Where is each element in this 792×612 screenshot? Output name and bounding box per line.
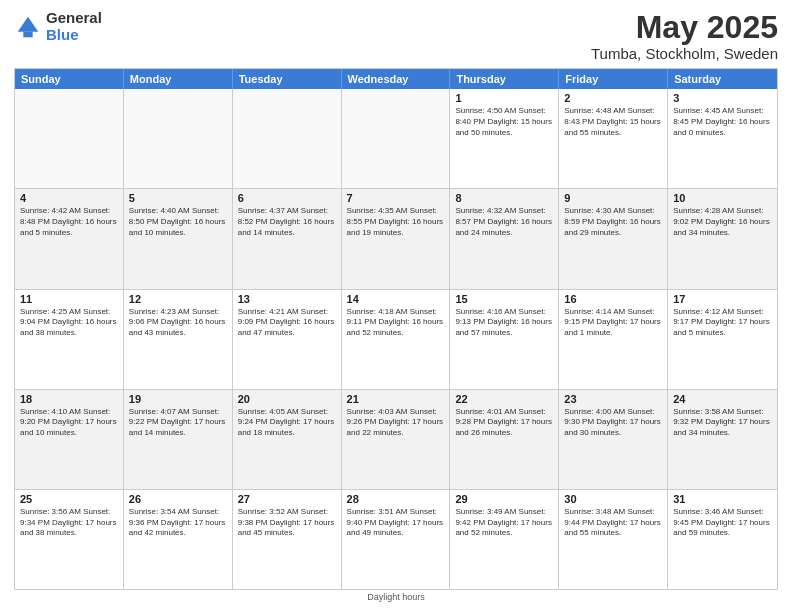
- day-cell-12: 12Sunrise: 4:23 AM Sunset: 9:06 PM Dayli…: [124, 290, 233, 389]
- day-cell-17: 17Sunrise: 4:12 AM Sunset: 9:17 PM Dayli…: [668, 290, 777, 389]
- day-number: 22: [455, 393, 553, 405]
- day-cell-31: 31Sunrise: 3:46 AM Sunset: 9:45 PM Dayli…: [668, 490, 777, 589]
- day-number: 17: [673, 293, 772, 305]
- empty-cell-0-3: [342, 89, 451, 188]
- day-number: 23: [564, 393, 662, 405]
- page: General Blue May 2025 Tumba, Stockholm, …: [0, 0, 792, 612]
- empty-cell-0-0: [15, 89, 124, 188]
- day-info: Sunrise: 4:35 AM Sunset: 8:55 PM Dayligh…: [347, 206, 445, 238]
- day-cell-21: 21Sunrise: 4:03 AM Sunset: 9:26 PM Dayli…: [342, 390, 451, 489]
- header-day-friday: Friday: [559, 69, 668, 89]
- day-info: Sunrise: 4:12 AM Sunset: 9:17 PM Dayligh…: [673, 307, 772, 339]
- day-cell-14: 14Sunrise: 4:18 AM Sunset: 9:11 PM Dayli…: [342, 290, 451, 389]
- day-info: Sunrise: 3:49 AM Sunset: 9:42 PM Dayligh…: [455, 507, 553, 539]
- day-info: Sunrise: 3:48 AM Sunset: 9:44 PM Dayligh…: [564, 507, 662, 539]
- day-cell-8: 8Sunrise: 4:32 AM Sunset: 8:57 PM Daylig…: [450, 189, 559, 288]
- day-info: Sunrise: 4:14 AM Sunset: 9:15 PM Dayligh…: [564, 307, 662, 339]
- calendar-row-3: 18Sunrise: 4:10 AM Sunset: 9:20 PM Dayli…: [15, 390, 777, 490]
- calendar-row-0: 1Sunrise: 4:50 AM Sunset: 8:40 PM Daylig…: [15, 89, 777, 189]
- day-info: Sunrise: 4:07 AM Sunset: 9:22 PM Dayligh…: [129, 407, 227, 439]
- title-block: May 2025 Tumba, Stockholm, Sweden: [591, 10, 778, 62]
- day-info: Sunrise: 4:42 AM Sunset: 8:48 PM Dayligh…: [20, 206, 118, 238]
- day-info: Sunrise: 4:37 AM Sunset: 8:52 PM Dayligh…: [238, 206, 336, 238]
- day-cell-27: 27Sunrise: 3:52 AM Sunset: 9:38 PM Dayli…: [233, 490, 342, 589]
- logo-general-text: General: [46, 10, 102, 27]
- day-info: Sunrise: 3:58 AM Sunset: 9:32 PM Dayligh…: [673, 407, 772, 439]
- svg-rect-1: [23, 31, 32, 37]
- day-info: Sunrise: 3:56 AM Sunset: 9:34 PM Dayligh…: [20, 507, 118, 539]
- day-cell-5: 5Sunrise: 4:40 AM Sunset: 8:50 PM Daylig…: [124, 189, 233, 288]
- day-number: 31: [673, 493, 772, 505]
- day-info: Sunrise: 4:50 AM Sunset: 8:40 PM Dayligh…: [455, 106, 553, 138]
- day-number: 3: [673, 92, 772, 104]
- day-info: Sunrise: 4:10 AM Sunset: 9:20 PM Dayligh…: [20, 407, 118, 439]
- day-number: 15: [455, 293, 553, 305]
- day-cell-28: 28Sunrise: 3:51 AM Sunset: 9:40 PM Dayli…: [342, 490, 451, 589]
- day-info: Sunrise: 4:01 AM Sunset: 9:28 PM Dayligh…: [455, 407, 553, 439]
- day-info: Sunrise: 4:18 AM Sunset: 9:11 PM Dayligh…: [347, 307, 445, 339]
- day-number: 29: [455, 493, 553, 505]
- svg-marker-0: [18, 16, 39, 31]
- day-number: 27: [238, 493, 336, 505]
- calendar-row-2: 11Sunrise: 4:25 AM Sunset: 9:04 PM Dayli…: [15, 290, 777, 390]
- header-day-thursday: Thursday: [450, 69, 559, 89]
- header-day-sunday: Sunday: [15, 69, 124, 89]
- empty-cell-0-1: [124, 89, 233, 188]
- day-number: 20: [238, 393, 336, 405]
- day-cell-22: 22Sunrise: 4:01 AM Sunset: 9:28 PM Dayli…: [450, 390, 559, 489]
- day-cell-19: 19Sunrise: 4:07 AM Sunset: 9:22 PM Dayli…: [124, 390, 233, 489]
- day-info: Sunrise: 3:54 AM Sunset: 9:36 PM Dayligh…: [129, 507, 227, 539]
- calendar-row-4: 25Sunrise: 3:56 AM Sunset: 9:34 PM Dayli…: [15, 490, 777, 589]
- header-day-wednesday: Wednesday: [342, 69, 451, 89]
- day-number: 12: [129, 293, 227, 305]
- day-info: Sunrise: 3:52 AM Sunset: 9:38 PM Dayligh…: [238, 507, 336, 539]
- day-number: 25: [20, 493, 118, 505]
- day-cell-29: 29Sunrise: 3:49 AM Sunset: 9:42 PM Dayli…: [450, 490, 559, 589]
- day-number: 19: [129, 393, 227, 405]
- day-cell-24: 24Sunrise: 3:58 AM Sunset: 9:32 PM Dayli…: [668, 390, 777, 489]
- day-number: 11: [20, 293, 118, 305]
- calendar: SundayMondayTuesdayWednesdayThursdayFrid…: [14, 68, 778, 590]
- day-number: 2: [564, 92, 662, 104]
- empty-cell-0-2: [233, 89, 342, 188]
- day-number: 6: [238, 192, 336, 204]
- header: General Blue May 2025 Tumba, Stockholm, …: [14, 10, 778, 62]
- day-number: 13: [238, 293, 336, 305]
- day-cell-26: 26Sunrise: 3:54 AM Sunset: 9:36 PM Dayli…: [124, 490, 233, 589]
- day-number: 14: [347, 293, 445, 305]
- logo-blue-text: Blue: [46, 27, 102, 44]
- day-cell-23: 23Sunrise: 4:00 AM Sunset: 9:30 PM Dayli…: [559, 390, 668, 489]
- day-cell-30: 30Sunrise: 3:48 AM Sunset: 9:44 PM Dayli…: [559, 490, 668, 589]
- day-number: 7: [347, 192, 445, 204]
- day-number: 10: [673, 192, 772, 204]
- day-number: 9: [564, 192, 662, 204]
- day-info: Sunrise: 4:00 AM Sunset: 9:30 PM Dayligh…: [564, 407, 662, 439]
- day-info: Sunrise: 4:45 AM Sunset: 8:45 PM Dayligh…: [673, 106, 772, 138]
- day-number: 4: [20, 192, 118, 204]
- day-info: Sunrise: 4:25 AM Sunset: 9:04 PM Dayligh…: [20, 307, 118, 339]
- day-cell-15: 15Sunrise: 4:16 AM Sunset: 9:13 PM Dayli…: [450, 290, 559, 389]
- day-cell-7: 7Sunrise: 4:35 AM Sunset: 8:55 PM Daylig…: [342, 189, 451, 288]
- day-cell-6: 6Sunrise: 4:37 AM Sunset: 8:52 PM Daylig…: [233, 189, 342, 288]
- calendar-body: 1Sunrise: 4:50 AM Sunset: 8:40 PM Daylig…: [15, 89, 777, 589]
- day-info: Sunrise: 4:30 AM Sunset: 8:59 PM Dayligh…: [564, 206, 662, 238]
- day-number: 26: [129, 493, 227, 505]
- day-number: 21: [347, 393, 445, 405]
- day-cell-10: 10Sunrise: 4:28 AM Sunset: 9:02 PM Dayli…: [668, 189, 777, 288]
- day-info: Sunrise: 4:05 AM Sunset: 9:24 PM Dayligh…: [238, 407, 336, 439]
- day-number: 5: [129, 192, 227, 204]
- day-info: Sunrise: 4:03 AM Sunset: 9:26 PM Dayligh…: [347, 407, 445, 439]
- day-number: 8: [455, 192, 553, 204]
- day-number: 18: [20, 393, 118, 405]
- logo: General Blue: [14, 10, 102, 43]
- logo-text: General Blue: [46, 10, 102, 43]
- day-cell-3: 3Sunrise: 4:45 AM Sunset: 8:45 PM Daylig…: [668, 89, 777, 188]
- header-day-saturday: Saturday: [668, 69, 777, 89]
- day-cell-18: 18Sunrise: 4:10 AM Sunset: 9:20 PM Dayli…: [15, 390, 124, 489]
- day-cell-16: 16Sunrise: 4:14 AM Sunset: 9:15 PM Dayli…: [559, 290, 668, 389]
- header-day-tuesday: Tuesday: [233, 69, 342, 89]
- day-info: Sunrise: 4:48 AM Sunset: 8:43 PM Dayligh…: [564, 106, 662, 138]
- day-cell-11: 11Sunrise: 4:25 AM Sunset: 9:04 PM Dayli…: [15, 290, 124, 389]
- day-info: Sunrise: 4:23 AM Sunset: 9:06 PM Dayligh…: [129, 307, 227, 339]
- day-cell-13: 13Sunrise: 4:21 AM Sunset: 9:09 PM Dayli…: [233, 290, 342, 389]
